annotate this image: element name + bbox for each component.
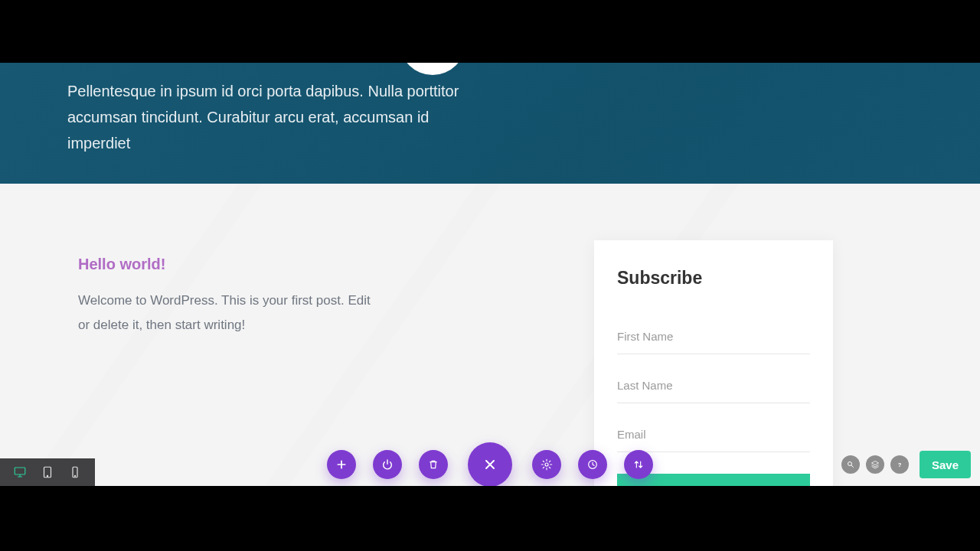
svg-text:?: ? — [898, 461, 902, 468]
history-button[interactable] — [578, 450, 607, 479]
hero-text: Pellentesque in ipsum id orci porta dapi… — [67, 78, 496, 156]
letterbox-top — [0, 0, 980, 63]
trash-icon — [427, 458, 439, 471]
svg-point-2 — [47, 475, 47, 476]
toggle-toolbar-button[interactable] — [468, 442, 512, 486]
svg-rect-0 — [15, 468, 25, 474]
sort-icon — [632, 458, 645, 471]
search-button[interactable] — [841, 455, 860, 474]
power-icon — [381, 458, 394, 471]
page-viewport: Pellentesque in ipsum id orci porta dapi… — [0, 63, 980, 486]
page-settings-button[interactable] — [532, 450, 561, 479]
search-icon — [846, 460, 855, 469]
wireframe-mode-button[interactable] — [624, 450, 653, 479]
plus-icon — [335, 458, 348, 471]
help-icon: ? — [895, 460, 904, 469]
tablet-view-button[interactable] — [34, 458, 61, 486]
exit-builder-button[interactable] — [373, 450, 402, 479]
letterbox-bottom — [0, 486, 980, 551]
subscribe-heading: Subscribe — [617, 268, 810, 289]
responsive-device-bar — [0, 458, 95, 486]
layers-button[interactable] — [866, 455, 884, 474]
last-name-input[interactable] — [617, 368, 810, 403]
phone-view-button[interactable] — [61, 458, 89, 486]
phone-icon — [68, 465, 82, 479]
post-title-link[interactable]: Hello world! — [78, 256, 384, 273]
tablet-icon — [41, 465, 54, 479]
clear-layout-button[interactable] — [419, 450, 448, 479]
desktop-icon — [13, 465, 27, 479]
post-body-text: Welcome to WordPress. This is your first… — [78, 289, 384, 337]
first-name-input[interactable] — [617, 319, 810, 354]
hero-section: Pellentesque in ipsum id orci porta dapi… — [0, 63, 980, 184]
close-icon — [482, 457, 498, 472]
save-button[interactable]: Save — [920, 451, 971, 478]
hero-logo-circle — [400, 63, 466, 75]
right-action-bar: ? Save — [841, 443, 971, 486]
builder-toolbar — [327, 443, 653, 486]
clock-icon — [586, 458, 599, 471]
gear-icon — [541, 458, 553, 471]
desktop-view-button[interactable] — [6, 458, 34, 486]
layers-icon — [871, 460, 880, 469]
content-area: Hello world! Welcome to WordPress. This … — [0, 184, 980, 486]
add-module-button[interactable] — [327, 450, 356, 479]
svg-point-4 — [74, 475, 75, 476]
blog-post: Hello world! Welcome to WordPress. This … — [78, 256, 384, 337]
help-button[interactable]: ? — [890, 455, 909, 474]
svg-point-5 — [545, 463, 548, 466]
